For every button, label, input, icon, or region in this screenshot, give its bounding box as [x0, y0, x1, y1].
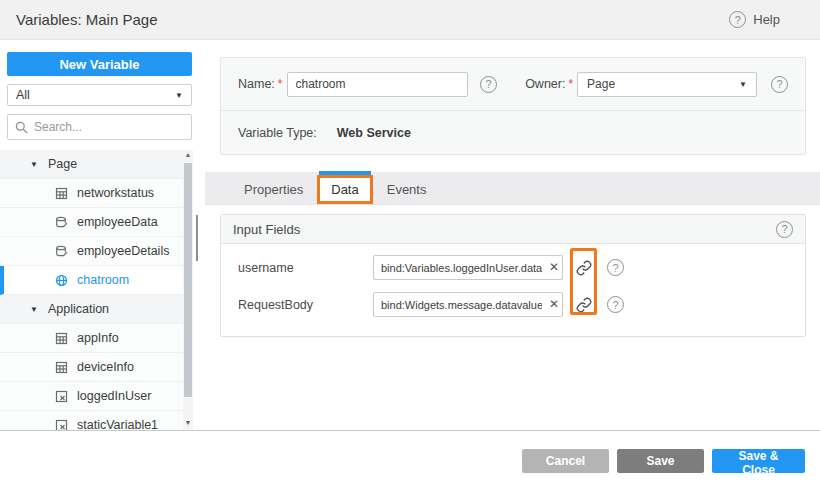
- device-variable-icon: [55, 187, 68, 200]
- new-variable-button[interactable]: New Variable: [7, 52, 192, 76]
- caret-down-icon: ▼: [30, 160, 38, 169]
- scrollbar-thumb[interactable]: [184, 163, 192, 397]
- input-fields-header: Input Fields ?: [221, 215, 805, 244]
- tree-item-label: employeeDetails: [77, 244, 169, 258]
- input-field-row-requestbody: RequestBody ✕ ?: [238, 286, 793, 323]
- tab-events[interactable]: Events: [373, 175, 441, 204]
- variables-sidebar: New Variable All ▼ ▼ Page networkstatus …: [0, 40, 205, 430]
- static-variable-icon: [55, 419, 68, 431]
- static-variable-icon: [55, 390, 68, 403]
- sidebar-item-staticVariable1[interactable]: staticVariable1: [0, 411, 183, 430]
- owner-help-icon[interactable]: ?: [771, 76, 788, 93]
- device-variable-icon: [55, 361, 68, 374]
- sidebar-item-loggedInUser[interactable]: loggedInUser: [0, 382, 183, 411]
- tree-item-label: chatroom: [77, 273, 129, 287]
- tab-data-label: Data: [331, 182, 358, 197]
- scroll-up-icon[interactable]: ▲: [185, 150, 192, 160]
- variable-type-label: Variable Type:: [238, 126, 317, 140]
- sidebar-scrollbar[interactable]: ▲ ▼: [183, 150, 193, 430]
- sidebar-item-employeeData[interactable]: employeeData: [0, 208, 183, 237]
- required-marker: *: [278, 77, 283, 91]
- input-fields-title: Input Fields: [233, 222, 300, 237]
- active-tab-indicator: [319, 171, 370, 175]
- name-label: Name:: [238, 77, 275, 91]
- caret-down-icon: ▼: [30, 305, 38, 314]
- help-icon: ?: [729, 11, 746, 28]
- help-label: Help: [753, 12, 780, 27]
- tab-data[interactable]: Data: [317, 175, 372, 204]
- sidebar-group-application[interactable]: ▼ Application: [0, 295, 183, 324]
- sidebar-group-page[interactable]: ▼ Page: [0, 150, 183, 179]
- sidebar-item-employeeDetails[interactable]: employeeDetails: [0, 237, 183, 266]
- chevron-down-icon: ▼: [739, 80, 747, 89]
- cancel-button[interactable]: Cancel: [522, 449, 609, 473]
- scroll-down-icon[interactable]: ▼: [185, 418, 192, 428]
- tree-item-label: loggedInUser: [77, 389, 151, 403]
- database-variable-icon: [55, 216, 68, 229]
- sidebar-item-chatroom[interactable]: chatroom: [0, 266, 183, 295]
- tree-item-label: employeeData: [77, 215, 158, 229]
- detail-tab-bar: Properties Data Events: [205, 172, 820, 205]
- username-help-icon[interactable]: ?: [607, 259, 624, 276]
- database-variable-icon: [55, 245, 68, 258]
- variable-filter-select[interactable]: All ▼: [7, 84, 192, 106]
- tree-item-label: deviceInfo: [77, 360, 134, 374]
- variables-tree: ▼ Page networkstatus employeeData employ…: [0, 150, 183, 430]
- variable-summary-panel: Name: * ? Owner: * Page ▼ ? Variable Typ…: [220, 57, 806, 155]
- tab-properties[interactable]: Properties: [230, 175, 317, 204]
- tree-group-label: Application: [48, 302, 109, 316]
- save-close-button[interactable]: Save & Close: [712, 449, 805, 473]
- bind-field-requestbody: ✕: [373, 292, 563, 317]
- sidebar-item-networkstatus[interactable]: networkstatus: [0, 179, 183, 208]
- help-link[interactable]: ? Help: [729, 11, 780, 28]
- sidebar-item-deviceInfo[interactable]: deviceInfo: [0, 353, 183, 382]
- variable-type-value: Web Service: [337, 126, 411, 140]
- input-fields-panel: Input Fields ? username ✕ ? RequestBody …: [220, 214, 806, 337]
- input-field-row-username: username ✕ ?: [238, 249, 793, 286]
- dialog-header: Variables: Main Page ? Help: [0, 0, 820, 40]
- footer-buttons: Cancel Save Save & Close: [522, 449, 805, 473]
- sidebar-item-appInfo[interactable]: appInfo: [0, 324, 183, 353]
- input-fields-body: username ✕ ? RequestBody ✕: [221, 244, 805, 336]
- device-variable-icon: [55, 332, 68, 345]
- field-label-requestbody: RequestBody: [238, 298, 373, 312]
- field-label-username: username: [238, 261, 373, 275]
- requestbody-bind-input[interactable]: [373, 292, 563, 317]
- panel-scrollbar-thumb[interactable]: [196, 215, 198, 261]
- input-fields-help-icon[interactable]: ?: [776, 221, 793, 238]
- save-button[interactable]: Save: [617, 449, 704, 473]
- search-icon: [15, 121, 28, 134]
- owner-selected-value: Page: [587, 77, 615, 91]
- variable-name-input[interactable]: [287, 72, 469, 97]
- tree-item-label: networkstatus: [77, 186, 154, 200]
- filter-selected-value: All: [16, 88, 30, 102]
- owner-label: Owner:: [525, 77, 565, 91]
- required-marker: *: [568, 77, 573, 91]
- variable-search-box[interactable]: [7, 114, 192, 140]
- clear-icon[interactable]: ✕: [549, 260, 559, 274]
- tree-item-label: staticVariable1: [77, 418, 158, 430]
- page-title: Variables: Main Page: [16, 11, 157, 28]
- chevron-down-icon: ▼: [175, 91, 183, 100]
- username-bind-input[interactable]: [373, 255, 563, 280]
- variable-detail-panel: Name: * ? Owner: * Page ▼ ? Variable Typ…: [205, 40, 820, 430]
- name-owner-row: Name: * ? Owner: * Page ▼ ?: [221, 58, 805, 111]
- bind-link-icon[interactable]: [576, 297, 592, 313]
- requestbody-help-icon[interactable]: ?: [607, 296, 624, 313]
- tree-item-label: appInfo: [77, 331, 119, 345]
- clear-icon[interactable]: ✕: [549, 297, 559, 311]
- bind-link-icon[interactable]: [576, 260, 592, 276]
- bind-field-username: ✕: [373, 255, 563, 280]
- web-service-icon: [55, 274, 68, 287]
- variable-type-row: Variable Type: Web Service: [221, 111, 805, 155]
- dialog-footer: Cancel Save Save & Close: [0, 430, 820, 489]
- tree-group-label: Page: [48, 157, 77, 171]
- owner-select[interactable]: Page ▼: [577, 72, 757, 97]
- search-input[interactable]: [34, 120, 164, 134]
- name-help-icon[interactable]: ?: [480, 76, 497, 93]
